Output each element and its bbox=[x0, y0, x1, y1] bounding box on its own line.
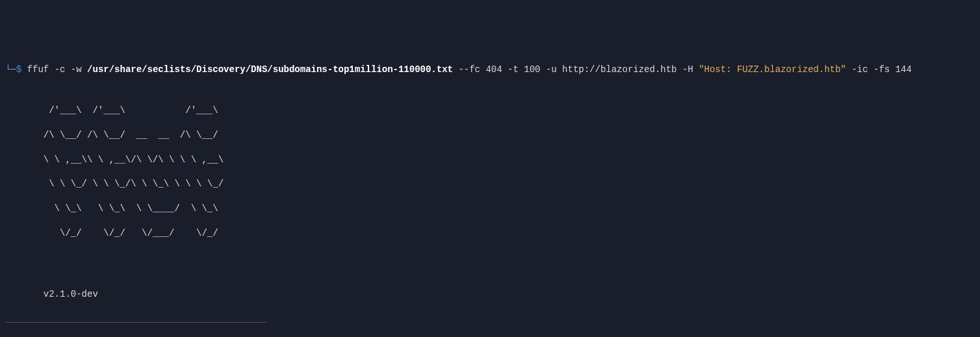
ascii-line-5: \ \_\ \ \_\ \ \____/ \ \_\ bbox=[5, 203, 975, 215]
version-label: v2.1.0-dev bbox=[5, 288, 975, 301]
terminal-output: └─$ ffuf -c -w /usr/share/seclists/Disco… bbox=[5, 52, 975, 337]
prompt-corner: └─ bbox=[5, 64, 16, 75]
flag-w: -w bbox=[71, 64, 82, 75]
separator-top: ________________________________________… bbox=[5, 313, 975, 325]
flag-H: -H bbox=[682, 64, 693, 75]
ascii-line-1: /'___\ /'___\ /'___\ bbox=[5, 105, 975, 117]
ascii-line-2: /\ \__/ /\ \__/ __ __ /\ \__/ bbox=[5, 129, 975, 142]
flag-ic: -ic bbox=[851, 64, 868, 75]
ascii-line-6: \/_/ \/_/ \/___/ \/_/ bbox=[5, 227, 975, 240]
target-url: http://blazorized.htb bbox=[562, 64, 677, 75]
flag-t: -t bbox=[508, 64, 519, 75]
header-value: "Host: FUZZ.blazorized.htb" bbox=[699, 64, 846, 75]
wordlist-path: /usr/share/seclists/Discovery/DNS/subdom… bbox=[87, 64, 453, 75]
ascii-line-3: \ \ ,__\\ \ ,__\/\ \/\ \ \ \ ,__\ bbox=[5, 154, 975, 166]
fs-value: 144 bbox=[896, 64, 912, 75]
command-line[interactable]: └─$ ffuf -c -w /usr/share/seclists/Disco… bbox=[5, 64, 975, 76]
command-name: ffuf bbox=[27, 64, 49, 75]
flag-fc: --fc bbox=[458, 64, 480, 75]
t-value: 100 bbox=[524, 64, 540, 75]
ascii-line-4: \ \ \_/ \ \ \_/\ \ \_\ \ \ \ \_/ bbox=[5, 178, 975, 190]
fc-value: 404 bbox=[485, 64, 502, 75]
flag-u: -u bbox=[546, 64, 557, 75]
blank-line bbox=[5, 264, 975, 277]
flag-fs: -fs bbox=[873, 64, 890, 75]
prompt-dollar: $ bbox=[16, 64, 21, 75]
ffuf-banner: /'___\ /'___\ /'___\ /\ \__/ /\ \__/ __ … bbox=[5, 92, 975, 252]
flag-c: -c bbox=[55, 64, 66, 75]
